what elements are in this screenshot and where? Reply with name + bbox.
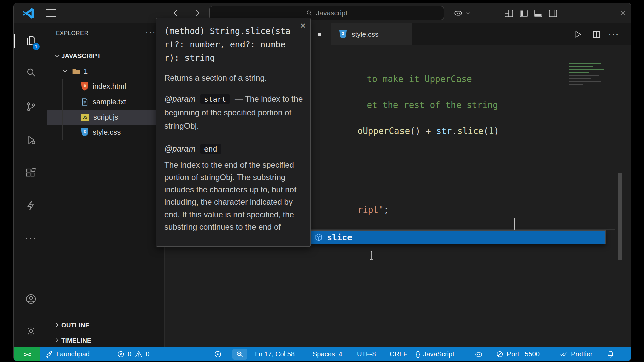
modified-dot-icon (318, 33, 321, 36)
param-end-block: @param end (164, 142, 304, 156)
circle-slash-icon (496, 350, 504, 358)
code-line: et the rest of the string (314, 86, 498, 99)
outline-label: OUTLINE (61, 322, 89, 329)
mouse-ibeam-pointer (369, 250, 374, 260)
param-start-block: @param start — The index to the beginnin… (164, 92, 304, 133)
file-row-script-js[interactable]: JS script.js (47, 110, 164, 125)
indentation-item[interactable]: Spaces: 4 (313, 347, 342, 361)
account-icon[interactable] (25, 293, 37, 305)
suggest-item-slice[interactable]: slice (310, 231, 605, 244)
workspace-root-row[interactable]: JAVASCRIPT (47, 48, 164, 63)
method-signature: (method) String.slice(sta rt?: number, e… (164, 24, 304, 65)
explorer-title: EXPLORER (56, 30, 89, 37)
chevron-down-icon (53, 52, 61, 60)
search-view-icon[interactable] (25, 66, 37, 78)
encoding-item[interactable]: UTF-8 (357, 347, 376, 361)
chevron-right-icon (53, 321, 61, 329)
param-tag: @param (164, 94, 195, 103)
live-server-port-item[interactable]: Port : 5500 (496, 347, 540, 361)
suggest-widget: slice (310, 230, 606, 244)
language-mode-item[interactable]: {} JavaScript (416, 347, 454, 361)
scrollbar-thumb[interactable] (618, 173, 622, 260)
minimize-button[interactable] (581, 7, 593, 19)
file-label: style.css (93, 128, 121, 137)
text-cursor (514, 218, 515, 230)
chevron-down-icon (61, 67, 69, 75)
html-file-icon: 5 (81, 82, 88, 90)
editor-scrollbar[interactable] (617, 45, 623, 347)
param-name-chip: start (200, 94, 230, 104)
forward-arrow-icon[interactable] (190, 7, 202, 19)
customize-layout-icon[interactable] (503, 8, 514, 18)
tab-style-css[interactable]: 3 style.css (331, 23, 412, 45)
screencast-target-icon[interactable] (214, 347, 222, 361)
code-line: ord.charAt(0).toUpperCase() + word.slic (305, 217, 562, 230)
extensions-icon[interactable] (25, 167, 37, 179)
title-bar: Javascript (14, 3, 631, 23)
search-text: Javascript (316, 9, 348, 17)
run-debug-icon[interactable] (25, 134, 37, 146)
close-icon[interactable]: × (300, 20, 306, 31)
active-view-indicator (14, 34, 15, 48)
folder-row[interactable]: 1 (47, 64, 164, 79)
file-row-sample-txt[interactable]: sample.txt (47, 94, 164, 109)
copilot-status-icon[interactable] (474, 347, 483, 361)
timeline-section[interactable]: TIMELINE (47, 333, 164, 348)
method-cube-icon (314, 233, 323, 242)
main-area: 1 ··· (14, 23, 631, 347)
formatter-item[interactable]: Prettier (559, 347, 592, 361)
settings-gear-icon[interactable] (25, 325, 37, 337)
folder-label: 1 (84, 67, 88, 76)
editor-actions-icon[interactable]: ··· (608, 28, 620, 40)
vscode-logo-icon (22, 7, 35, 19)
formatter-label: Prettier (571, 350, 592, 358)
remote-indicator[interactable]: >< (14, 347, 40, 361)
eol-item[interactable]: CRLF (390, 347, 407, 361)
notifications-bell-icon[interactable] (607, 347, 615, 361)
maximize-button[interactable] (599, 7, 611, 19)
copilot-icon (453, 9, 463, 17)
param-name-chip: end (200, 144, 221, 154)
outline-section[interactable]: OUTLINE (47, 318, 164, 333)
file-label: index.html (93, 82, 126, 91)
launchpad-label: Launchpad (56, 350, 90, 358)
tab-label: style.css (352, 30, 379, 38)
source-control-icon[interactable] (25, 101, 37, 113)
suggest-label: slice (327, 233, 352, 242)
js-file-icon: JS (81, 114, 89, 121)
text-file-icon (81, 98, 88, 106)
sidebar-header: EXPLORER ··· (47, 27, 164, 41)
thunder-client-icon[interactable] (25, 200, 37, 212)
workspace-root-label: JAVASCRIPT (61, 52, 101, 60)
back-arrow-icon[interactable] (171, 7, 183, 19)
double-check-icon (559, 351, 568, 358)
param-end-text: The index to the end of the specified po… (164, 159, 304, 233)
rocket-icon (45, 350, 53, 359)
explorer-sidebar: EXPLORER ··· JAVASCRIPT 1 5 (47, 23, 165, 347)
vscode-window: Javascript (13, 3, 631, 361)
explorer-actions-icon[interactable]: ··· (145, 27, 156, 38)
launchpad-item[interactable]: Launchpad (45, 347, 90, 361)
cursor-position-item[interactable]: Ln 17, Col 58 (255, 347, 295, 361)
zoom-in-item[interactable] (232, 349, 247, 360)
param-tag: @param (164, 144, 195, 153)
more-views-icon[interactable]: ··· (25, 232, 37, 244)
file-row-style-css[interactable]: 3 style.css (47, 125, 164, 140)
copilot-button[interactable] (453, 8, 471, 18)
folder-icon (72, 68, 81, 75)
run-code-icon[interactable] (572, 28, 583, 40)
toggle-secondary-sidebar-icon[interactable] (548, 8, 558, 18)
menu-icon[interactable] (46, 9, 56, 17)
minimap[interactable] (569, 63, 607, 87)
language-label: JavaScript (423, 350, 454, 358)
toggle-panel-icon[interactable] (533, 8, 544, 18)
close-button[interactable] (616, 7, 629, 19)
braces-icon: {} (416, 350, 420, 358)
file-row-index-html[interactable]: 5 index.html (47, 79, 164, 94)
toggle-sidebar-icon[interactable] (518, 8, 529, 18)
timeline-label: TIMELINE (61, 337, 91, 344)
problems-item[interactable]: 0 0 (117, 347, 149, 361)
method-description: Returns a section of a string. (164, 73, 304, 83)
css-file-icon: 3 (81, 128, 88, 136)
split-editor-icon[interactable] (591, 28, 602, 40)
